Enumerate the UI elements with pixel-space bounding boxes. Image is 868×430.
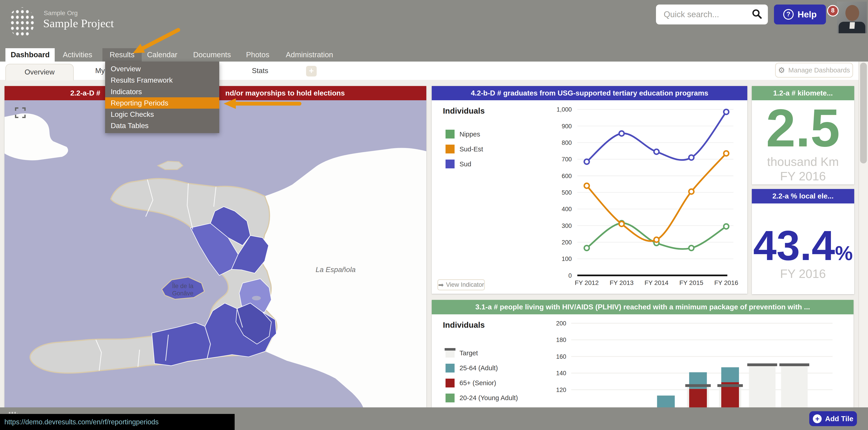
nav-tab-calendar[interactable]: Calendar bbox=[145, 48, 180, 62]
map-title-right-fragment: nd/or mayorships to hold elections bbox=[225, 86, 345, 101]
data-point-Sud-Est bbox=[584, 183, 589, 188]
y-tick-label: 140 bbox=[556, 370, 566, 377]
stat-tile-2-header[interactable]: 2.2-a % local ele... bbox=[752, 189, 854, 203]
dashboard-tab-overview[interactable]: Overview bbox=[5, 64, 73, 80]
map-lake bbox=[252, 296, 260, 300]
adult-bar bbox=[721, 367, 739, 382]
project-title: Sample Project bbox=[43, 17, 114, 30]
y-tick-label: 1,000 bbox=[557, 106, 572, 113]
menu-item-overview[interactable]: Overview bbox=[105, 63, 219, 75]
question-icon: ? bbox=[783, 9, 794, 20]
data-point-Nippes bbox=[689, 246, 694, 251]
stat-period-kilometers: FY 2016 bbox=[752, 169, 854, 183]
avatar-shirt bbox=[849, 22, 855, 29]
stat-tile-percent: 2.2-a % local ele... 43.4% FY 2016 bbox=[752, 189, 854, 294]
devresults-dashboard: Sample Org Sample Project ? Help 8 Dashb… bbox=[0, 0, 868, 430]
y-tick-label: 400 bbox=[562, 206, 572, 213]
bar-tile-header[interactable]: 3.1-a # people living with HIV/AIDS (PLH… bbox=[432, 300, 854, 314]
data-point-Sud bbox=[584, 159, 589, 164]
data-point-Sud bbox=[654, 149, 659, 154]
app-header: Sample Org Sample Project ? Help 8 Dashb… bbox=[0, 0, 868, 62]
stat-tile-kilometers: 1.2-a # kilomete... 2.5 thousand Km FY 2… bbox=[752, 86, 854, 185]
dashboard-tab-stats[interactable]: Stats bbox=[252, 62, 268, 80]
org-name: Sample Org bbox=[43, 9, 78, 17]
data-point-Sud-Est bbox=[689, 189, 694, 194]
search-input[interactable] bbox=[662, 8, 745, 21]
map-label-gonave-2: Gonâve bbox=[172, 290, 193, 297]
manage-dashboards-label: Manage Dashboards bbox=[788, 66, 850, 74]
nav-tab-administration[interactable]: Administration bbox=[282, 48, 337, 62]
user-avatar[interactable] bbox=[837, 2, 867, 33]
data-point-Nippes bbox=[584, 246, 589, 251]
y-tick-label: 700 bbox=[562, 156, 572, 163]
nav-tab-dashboard[interactable]: Dashboard bbox=[5, 48, 55, 62]
stat-unit-kilometers: thousand Km bbox=[752, 154, 854, 169]
data-point-Sud-Est bbox=[654, 237, 659, 242]
y-tick-label: 300 bbox=[562, 223, 572, 229]
plus-icon: + bbox=[813, 414, 822, 423]
add-dashboard-button[interactable]: + bbox=[306, 66, 317, 77]
arrow-right-icon: ➡ bbox=[438, 281, 444, 289]
stat-value-kilometers: 2.5 bbox=[752, 102, 854, 154]
data-point-Sud bbox=[689, 155, 694, 160]
x-tick-label: FY 2016 bbox=[714, 279, 738, 286]
quick-search[interactable] bbox=[656, 4, 768, 24]
map-label-gonave-1: Île de la bbox=[172, 282, 193, 289]
status-url-tooltip: https://demo.devresults.com/en/rf/report… bbox=[0, 414, 235, 430]
data-point-Sud-Est bbox=[724, 151, 729, 156]
y-tick-label: 180 bbox=[556, 337, 566, 343]
y-tick-label: 600 bbox=[562, 173, 572, 179]
haiti-choropleth-map[interactable]: La Española Île de la Gonâve bbox=[4, 100, 426, 408]
avatar-head bbox=[845, 5, 859, 21]
nav-tab-photos[interactable]: Photos bbox=[243, 48, 273, 62]
y-tick-label: 160 bbox=[556, 353, 566, 360]
gear-icon: ⚙ bbox=[778, 66, 785, 74]
menu-item-results-framework[interactable]: Results Framework bbox=[105, 75, 219, 86]
scrollbar-thumb[interactable] bbox=[860, 63, 867, 164]
data-point-Sud bbox=[724, 110, 729, 115]
help-label: Help bbox=[798, 9, 817, 20]
stat-tile-1-header[interactable]: 1.2-a # kilomete... bbox=[752, 86, 854, 101]
add-tile-button[interactable]: + Add Tile bbox=[809, 411, 857, 426]
page-scrollbar[interactable] bbox=[859, 62, 868, 407]
help-button[interactable]: ? Help bbox=[774, 4, 826, 24]
menu-item-data-tables[interactable]: Data Tables bbox=[105, 120, 219, 131]
results-dropdown-menu: Overview Results Framework Indicators Re… bbox=[105, 62, 219, 133]
nav-tab-activities[interactable]: Activities bbox=[60, 48, 95, 62]
nav-tab-documents[interactable]: Documents bbox=[190, 48, 234, 62]
x-tick-label: FY 2015 bbox=[680, 279, 704, 286]
menu-item-indicators[interactable]: Indicators bbox=[105, 86, 219, 97]
data-point-Sud bbox=[619, 131, 624, 136]
target-marker bbox=[717, 384, 743, 387]
x-tick-label: FY 2013 bbox=[610, 279, 633, 286]
map-tile: 2.2-a-D # nd/or mayorships to hold elect… bbox=[4, 86, 426, 408]
data-point-Nippes bbox=[724, 224, 729, 229]
nav-tab-results[interactable]: Results bbox=[102, 48, 142, 62]
view-indicator-button[interactable]: ➡ View Indicator bbox=[437, 279, 485, 290]
manage-dashboards-button[interactable]: ⚙ Manage Dashboards bbox=[775, 63, 853, 78]
menu-item-reporting-periods[interactable]: Reporting Periods bbox=[105, 97, 219, 109]
line-tile-header[interactable]: 4.2-b-D # graduates from USG-supported t… bbox=[432, 86, 747, 101]
y-tick-label: 120 bbox=[556, 386, 566, 393]
menu-item-logic-checks[interactable]: Logic Checks bbox=[105, 109, 219, 120]
target-marker bbox=[747, 363, 777, 366]
line-chart-tile: 4.2-b-D # graduates from USG-supported t… bbox=[432, 86, 747, 294]
search-icon[interactable] bbox=[752, 9, 763, 20]
map-island-small-1 bbox=[351, 382, 367, 390]
y-tick-label: 0 bbox=[568, 272, 572, 279]
add-tile-label: Add Tile bbox=[825, 414, 853, 423]
target-marker bbox=[779, 363, 809, 366]
dashboard-tab-my[interactable]: My bbox=[95, 62, 105, 80]
y-tick-label: 500 bbox=[562, 189, 572, 196]
y-tick-label: 800 bbox=[562, 139, 572, 146]
y-tick-label: 200 bbox=[562, 239, 572, 246]
view-indicator-label: View Indicator bbox=[446, 281, 484, 288]
stat-suffix-percent: % bbox=[835, 242, 852, 264]
x-tick-label: FY 2012 bbox=[575, 279, 599, 286]
line-chart: 01002003004005006007008009001,000FY 2012… bbox=[432, 100, 747, 294]
y-tick-label: 100 bbox=[562, 256, 572, 262]
target-marker bbox=[685, 384, 711, 387]
x-tick-label: FY 2014 bbox=[645, 279, 669, 286]
map-island-small-2 bbox=[386, 397, 397, 403]
data-point-Sud-Est bbox=[619, 222, 624, 227]
